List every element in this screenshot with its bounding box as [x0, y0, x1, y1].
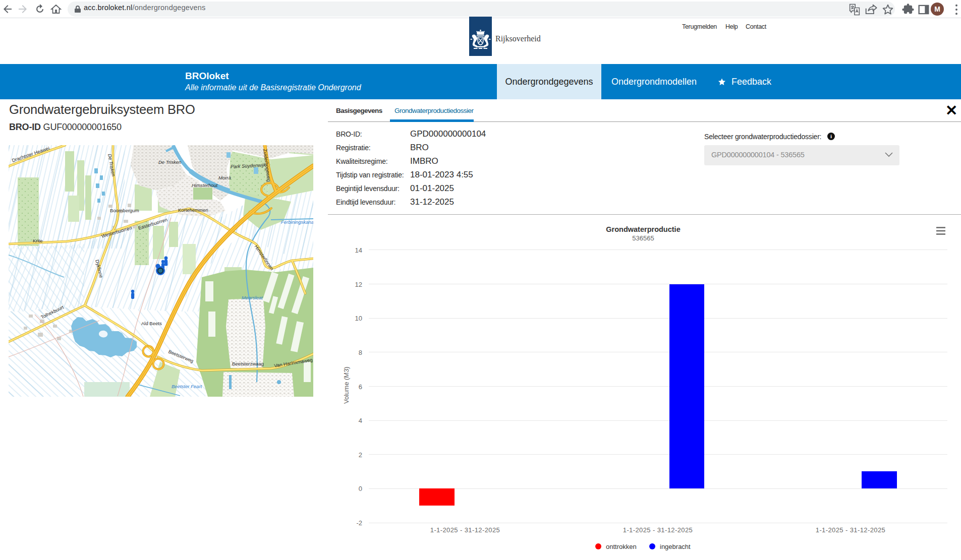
- svg-text:Kortehemmen: Kortehemmen: [178, 207, 208, 213]
- svg-text:Krite: Krite: [33, 238, 43, 243]
- svg-text:De Trisken: De Trisken: [158, 159, 181, 165]
- svg-text:Ferbiningskanaal: Ferbiningskanaal: [281, 219, 313, 225]
- svg-text:Ald Beets: Ald Beets: [141, 321, 162, 326]
- svg-text:Morrà: Morrà: [218, 175, 231, 180]
- svg-text:Mearsleat: Mearsleat: [242, 295, 263, 300]
- svg-text:Himsterhout: Himsterhout: [192, 182, 218, 188]
- svg-text:Beetster Feart: Beetster Feart: [172, 384, 202, 389]
- svg-text:Beetsterzwaag: Beetsterzwaag: [232, 361, 264, 366]
- svg-text:Boornbergum: Boornbergum: [110, 208, 139, 213]
